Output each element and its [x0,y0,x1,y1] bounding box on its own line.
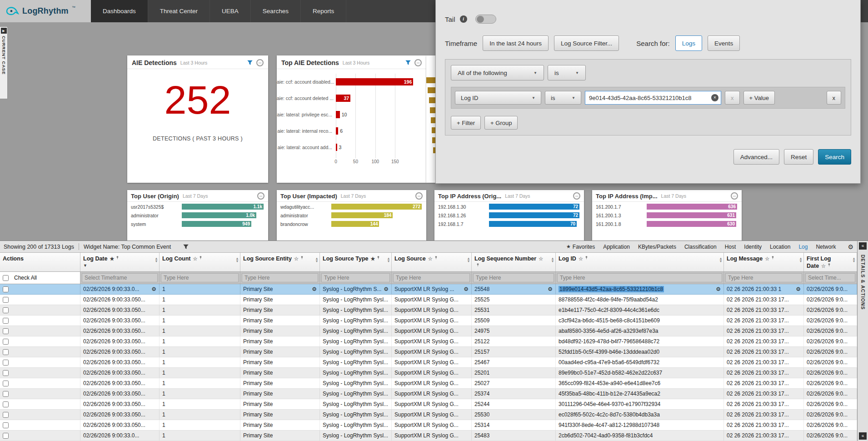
row-checkbox[interactable] [3,401,9,407]
bar[interactable]: 184 [331,212,393,218]
grid-tab-application[interactable]: Application [603,244,630,250]
column-header-log-date[interactable]: Log Date★▴▾▼ [80,253,160,271]
pin-icon[interactable] [476,262,480,270]
filter-funnel-icon[interactable] [405,60,411,66]
expand-details-icon[interactable]: « [859,242,867,250]
table-row[interactable]: 02/26/2026 9:00:33.050...1Primary SiteSy… [0,336,857,347]
grid-tab-log[interactable]: Log [798,244,808,250]
remove-filter-button[interactable]: x [827,91,842,105]
collapse-widget-icon[interactable]: – [414,59,422,66]
table-row[interactable]: 02/26/2026 9:00:33.050...1Primary SiteSy… [0,347,857,357]
row-checkbox[interactable] [3,297,9,303]
column-header-log-source-entity[interactable]: Log Source Entity☆▴▾ [240,253,320,271]
nav-tab-dashboards[interactable]: Dashboards [91,0,148,22]
column-filter-input[interactable]: Type Here [242,273,318,282]
bar[interactable]: 196 [336,78,413,85]
nav-tab-reports[interactable]: Reports [301,0,346,22]
cell-gear-icon[interactable]: ⚙ [310,286,317,292]
grid-tab-host[interactable]: Host [725,244,736,250]
bar[interactable]: 272 [331,204,422,210]
nav-tab-ueba[interactable]: UEBA [210,0,251,22]
column-filter-input[interactable]: Type Here [557,273,722,282]
column-header-log-source-type[interactable]: Log Source Type★▴▾ [320,253,392,271]
favorite-star-icon[interactable]: ☆ [765,256,769,261]
timeframe-button[interactable]: In the last 24 hours [483,35,549,51]
advanced-button[interactable]: Advanced... [733,149,779,165]
add-value-button[interactable]: + Value [743,91,775,105]
row-checkbox[interactable] [3,370,9,376]
column-header-actions[interactable]: Actions [0,253,80,271]
column-header-log-sequence-number[interactable]: Log Sequence Number☆▴▾ [472,253,556,271]
column-header-log-message[interactable]: Log Message☆▴▾ [724,253,804,271]
table-row[interactable]: 02/26/2026 9:00:33.050...1Primary SiteSy… [0,295,857,305]
pin-icon[interactable] [199,255,203,262]
bar[interactable]: 144 [331,221,379,227]
row-checkbox[interactable] [3,339,9,345]
column-filter-input[interactable]: Type Here [321,273,390,282]
row-checkbox[interactable] [3,307,9,313]
column-filter-input[interactable]: Select Timeframe [82,273,158,282]
search-button[interactable]: Search [818,149,851,165]
pin-icon[interactable] [300,255,304,262]
favorite-star-icon[interactable]: ☆ [539,256,543,261]
cell-gear-icon[interactable]: ⚙ [794,286,801,292]
remove-value-button[interactable]: x [725,91,740,105]
bar[interactable]: 72 [489,204,579,210]
bar[interactable]: 72 [489,212,579,218]
grid-tab-kbytes-packets[interactable]: KBytes/Packets [638,244,676,250]
favorite-star-icon[interactable]: ☆ [193,256,197,261]
table-row[interactable]: 02/26/2026 9:00:33.050...1Primary SiteSy… [0,368,857,378]
favorite-star-icon[interactable]: ☆ [579,256,583,261]
filter-field-dropdown[interactable]: Log ID▼ [455,91,541,105]
row-checkbox[interactable] [3,381,9,386]
row-checkbox[interactable] [3,328,9,334]
tail-toggle[interactable] [475,15,496,24]
collapse-widget-icon[interactable]: – [257,192,264,200]
grid-tab-location[interactable]: Location [770,244,790,250]
filter-value-input[interactable] [585,91,721,105]
cell-gear-icon[interactable]: ⚙ [546,286,553,292]
bar[interactable] [336,111,340,118]
column-header-log-source[interactable]: Log Source☆▴▾ [392,253,472,271]
add-filter-button[interactable]: + Filter [451,116,481,130]
grid-tab-favorites[interactable]: ★Favorites [566,244,595,250]
column-header-first-log-date[interactable]: First Log Date☆▴▾ [804,253,857,271]
collapse-widget-icon[interactable]: – [256,59,264,66]
grid-tab-classification[interactable]: Classification [684,244,717,250]
favorite-star-icon[interactable]: ★ [370,256,375,261]
row-checkbox[interactable] [3,318,9,324]
filter-funnel-icon[interactable] [247,60,253,66]
table-row[interactable]: 02/26/2026 9:00:33.050...1Primary SiteSy… [0,378,857,389]
grid-filter-funnel-icon[interactable] [183,244,189,250]
filter-operator-dropdown[interactable]: is▼ [545,91,581,105]
events-toggle-button[interactable]: Events [708,35,740,51]
column-header-log-count[interactable]: Log Count☆▴▾ [160,253,240,271]
table-row[interactable]: 02/26/2026 9:00:33.050...1Primary SiteSy… [0,420,857,431]
table-row[interactable]: 02/26/2026 9:00:33.050...1Primary SiteSy… [0,316,857,326]
pin-icon[interactable] [376,255,380,262]
pin-icon[interactable] [434,255,438,262]
bar[interactable]: 70 [489,221,577,227]
add-group-button[interactable]: + Group [484,116,518,130]
collapse-widget-icon[interactable]: – [573,192,580,200]
column-filter-input[interactable]: Type Here [161,273,239,282]
cell-gear-icon[interactable]: ⚙ [462,286,469,292]
bar[interactable]: 1.0k [182,212,256,218]
pin-icon[interactable] [584,255,589,262]
bar[interactable] [336,144,337,151]
group-condition-dropdown[interactable]: is▼ [548,65,586,80]
table-row[interactable]: 02/26/2026 9:00:33.050...1Primary SiteSy… [0,410,857,420]
row-checkbox[interactable] [3,286,9,292]
favorite-star-icon[interactable]: ☆ [428,256,433,261]
column-header-log-id[interactable]: Log ID☆▴▾ [556,253,724,271]
row-checkbox[interactable] [3,391,9,397]
grid-tab-identity[interactable]: Identity [744,244,762,250]
favorite-star-icon[interactable]: ☆ [294,256,299,261]
row-checkbox[interactable] [3,360,9,366]
cell-gear-icon[interactable]: ⚙ [150,286,156,292]
favorite-star-icon[interactable]: ☆ [821,263,826,269]
pin-icon[interactable] [827,262,831,270]
details-actions-tab[interactable]: « DETAILS & ACTIONS « [857,241,868,441]
current-case-tab[interactable]: ▶ CURRENT CASE [0,26,8,99]
bar[interactable]: 37 [336,95,350,102]
